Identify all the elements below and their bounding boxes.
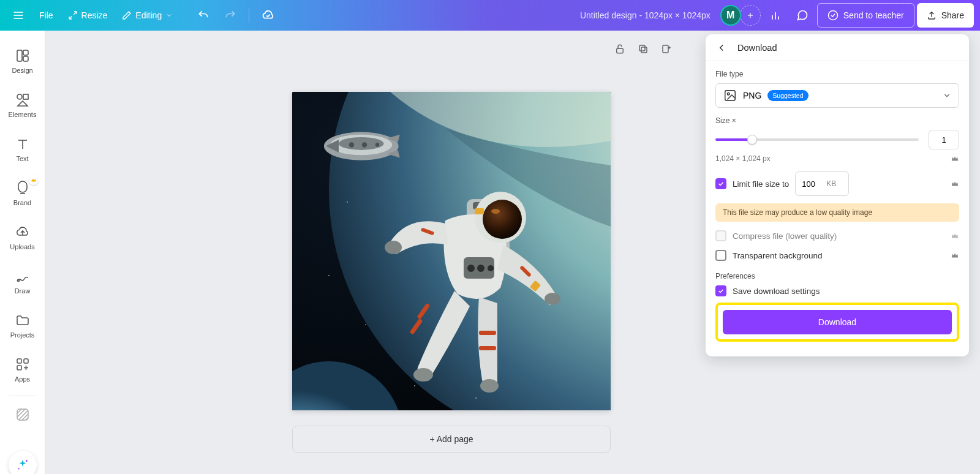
magic-fab[interactable] <box>9 451 37 474</box>
size-slider[interactable] <box>715 138 919 141</box>
file-type-label: File type <box>715 70 959 78</box>
add-collaborator-button[interactable] <box>740 5 761 26</box>
svg-point-13 <box>17 94 22 99</box>
svg-marker-15 <box>18 101 28 106</box>
svg-point-59 <box>413 368 433 382</box>
check-circle-icon <box>827 10 839 21</box>
insights-button[interactable] <box>763 3 788 28</box>
add-page-button[interactable]: + Add page <box>292 426 611 453</box>
lock-button[interactable] <box>612 42 627 56</box>
rail-apps[interactable]: Apps <box>1 348 45 392</box>
redo-button[interactable] <box>218 4 243 26</box>
filesize-warning: This file size may produce a low quality… <box>715 203 959 222</box>
cloud-upload-icon <box>15 225 30 239</box>
svg-rect-21 <box>24 359 28 363</box>
avatar[interactable]: M <box>720 5 741 26</box>
crown-icon <box>951 251 959 260</box>
comment-button[interactable] <box>790 3 815 28</box>
shapes-icon <box>15 92 30 107</box>
duplicate-page-button[interactable] <box>636 42 650 56</box>
pencil-icon <box>122 10 132 20</box>
rail-label: Brand <box>13 199 31 206</box>
svg-rect-33 <box>617 48 624 53</box>
undo-icon <box>197 9 209 21</box>
suggested-badge: Suggested <box>767 90 808 101</box>
svg-point-31 <box>26 460 28 462</box>
design-title[interactable]: Untitled design - 1024px × 1024px <box>580 10 710 20</box>
brand-icon <box>15 181 30 195</box>
limit-filesize-label: Limit file size to <box>733 179 789 189</box>
rail-design[interactable]: Design <box>1 39 45 83</box>
svg-point-53 <box>488 265 494 271</box>
left-rail: Design Elements Text Brand Uploads Draw … <box>0 31 45 474</box>
share-button[interactable]: Share <box>917 3 974 28</box>
chevron-down-icon <box>165 12 173 19</box>
menu-button[interactable] <box>6 4 31 26</box>
svg-rect-74 <box>725 91 736 101</box>
download-button[interactable]: Download <box>723 310 952 334</box>
send-to-teacher-button[interactable]: Send to teacher <box>817 3 914 28</box>
svg-point-56 <box>491 209 500 214</box>
crown-icon <box>951 154 959 163</box>
crown-icon <box>951 231 959 240</box>
rail-brand[interactable]: Brand <box>1 171 45 216</box>
rail-elements[interactable]: Elements <box>1 83 45 127</box>
svg-rect-20 <box>17 359 21 363</box>
hamburger-icon <box>12 9 24 21</box>
top-bar: File Resize Editing Untitled design - 10… <box>0 0 980 31</box>
transparent-bg-checkbox[interactable] <box>715 250 726 261</box>
rail-hatch[interactable] <box>1 402 45 427</box>
svg-point-72 <box>475 397 477 399</box>
undo-button[interactable] <box>191 4 216 26</box>
svg-point-73 <box>347 201 348 203</box>
apps-icon <box>15 357 30 372</box>
file-type-select[interactable]: PNG Suggested <box>715 83 959 108</box>
limit-filesize-input-wrap: KB <box>795 171 849 196</box>
crown-icon <box>951 179 959 188</box>
lock-icon <box>614 43 625 55</box>
sparkle-icon <box>16 458 29 472</box>
svg-point-52 <box>477 265 484 272</box>
limit-filesize-checkbox[interactable] <box>715 178 726 189</box>
rail-projects[interactable]: Projects <box>1 304 45 348</box>
svg-point-75 <box>727 92 729 95</box>
compress-label: Compress file (lower quality) <box>733 231 837 241</box>
svg-point-47 <box>375 143 379 146</box>
add-page-icon-button[interactable] <box>659 42 674 56</box>
download-panel: Download File type PNG Suggested Size × … <box>706 34 969 356</box>
canvas-artwork <box>292 92 611 410</box>
check-icon <box>717 180 725 187</box>
rail-label: Projects <box>10 331 35 339</box>
rail-label: Apps <box>15 375 30 383</box>
chevron-down-icon <box>943 91 951 100</box>
kb-unit: KB <box>826 179 836 188</box>
svg-rect-11 <box>23 50 28 55</box>
editing-menu[interactable]: Editing <box>116 4 179 26</box>
rail-label: Text <box>16 155 28 162</box>
download-highlight: Download <box>715 303 959 342</box>
cloud-sync-button[interactable] <box>255 4 281 26</box>
svg-rect-63 <box>479 331 496 335</box>
redo-icon <box>224 9 236 21</box>
resize-button[interactable]: Resize <box>62 4 114 26</box>
svg-rect-10 <box>17 50 22 61</box>
design-canvas[interactable] <box>292 92 611 410</box>
svg-point-69 <box>328 275 330 276</box>
back-button[interactable] <box>714 40 729 55</box>
svg-point-57 <box>385 241 402 254</box>
cloud-check-icon <box>262 9 275 22</box>
rail-uploads[interactable]: Uploads <box>1 216 45 260</box>
draw-icon <box>15 269 30 284</box>
limit-filesize-input[interactable] <box>802 179 823 189</box>
size-input[interactable] <box>929 130 959 149</box>
svg-point-8 <box>828 11 837 20</box>
svg-rect-14 <box>23 94 28 99</box>
svg-rect-25 <box>17 409 28 420</box>
file-menu[interactable]: File <box>33 4 59 26</box>
slider-thumb[interactable] <box>747 135 757 145</box>
rail-text[interactable]: Text <box>1 127 45 171</box>
svg-rect-36 <box>663 45 668 53</box>
save-settings-checkbox[interactable] <box>715 285 726 296</box>
rail-draw[interactable]: Draw <box>1 260 45 304</box>
svg-point-19 <box>17 280 19 282</box>
